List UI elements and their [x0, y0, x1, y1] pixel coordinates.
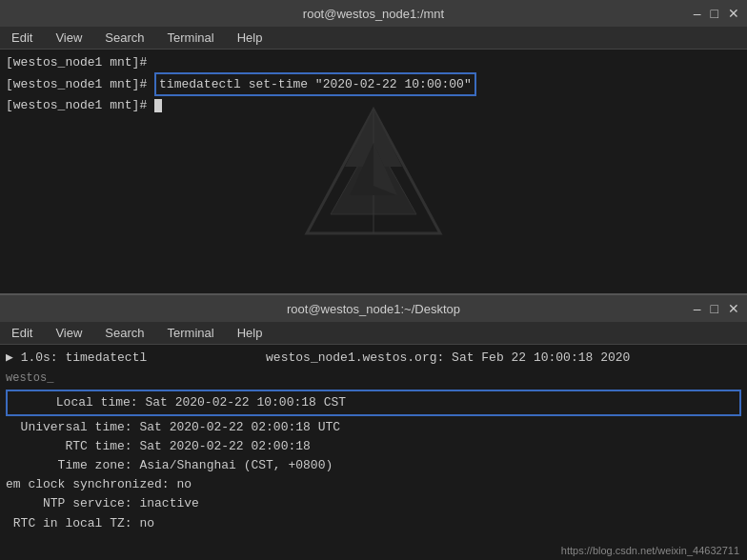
timezone-line: Time zone: Asia/Shanghai (CST, +0800) [6, 456, 741, 475]
prompt-1: [westos_node1 mnt]# [6, 55, 147, 70]
minimize-button[interactable]: – [694, 7, 701, 20]
menu-help-bottom[interactable]: Help [233, 325, 267, 341]
prompt-3: [westos_node1 mnt]# [6, 98, 154, 112]
top-terminal-content: [westos_node1 mnt]# [westos_node1 mnt]# … [6, 53, 741, 115]
svg-marker-2 [345, 110, 402, 167]
bottom-terminal-title: root@westos_node1:~/Desktop [287, 302, 460, 316]
maximize-button-bottom[interactable]: □ [711, 302, 718, 315]
menu-view-bottom[interactable]: View [51, 325, 86, 341]
menu-search-bottom[interactable]: Search [101, 325, 148, 341]
svg-marker-1 [331, 138, 416, 214]
top-window-controls[interactable]: – □ ✕ [694, 7, 739, 20]
menu-terminal-bottom[interactable]: Terminal [164, 325, 218, 341]
menu-edit-bottom[interactable]: Edit [8, 325, 36, 341]
rtc-time-line: RTC time: Sat 2020-02-22 02:00:18 [6, 437, 741, 456]
top-title-bar: root@westos_node1:/mnt – □ ✕ [0, 0, 747, 27]
bottom-title-bar: root@westos_node1:~/Desktop – □ ✕ [0, 295, 747, 322]
menu-edit-top[interactable]: Edit [8, 30, 36, 46]
close-button-bottom[interactable]: ✕ [728, 302, 739, 315]
bottom-terminal-body: ▶ 1.0s: timedatectl westos_node1.westos.… [0, 345, 747, 560]
local-time-highlight: Local time: Sat 2020-02-22 10:00:18 CST [6, 390, 741, 416]
svg-marker-5 [374, 143, 397, 195]
status-line: ▶ 1.0s: timedatectl westos_node1.westos.… [6, 349, 741, 368]
rtc-local-tz-line: RTC in local TZ: no [6, 514, 741, 533]
menu-search-top[interactable]: Search [101, 30, 148, 46]
cursor [154, 99, 162, 112]
top-terminal-title: root@westos_node1:/mnt [303, 7, 444, 21]
bottom-window-controls[interactable]: – □ ✕ [694, 302, 739, 315]
top-terminal-body: [westos_node1 mnt]# [westos_node1 mnt]# … [0, 50, 747, 293]
menu-help-top[interactable]: Help [233, 30, 267, 46]
ntp-line: NTP service: inactive [6, 494, 741, 513]
terminal-line-1: [westos_node1 mnt]# [6, 53, 741, 72]
svg-marker-4 [350, 143, 397, 195]
bottom-menu-bar: Edit View Search Terminal Help [0, 322, 747, 345]
universal-time-line: Universal time: Sat 2020-02-22 02:00:18 … [6, 418, 741, 437]
top-menu-bar: Edit View Search Terminal Help [0, 27, 747, 50]
command-highlight: timedatectl set-time "2020-02-22 10:00:0… [154, 72, 476, 97]
top-terminal: root@westos_node1:/mnt – □ ✕ Edit View S… [0, 0, 747, 295]
maximize-button[interactable]: □ [711, 7, 718, 20]
svg-marker-0 [307, 110, 440, 233]
footer-link: https://blog.csdn.net/weixin_44632711 [561, 545, 739, 556]
close-button[interactable]: ✕ [728, 7, 739, 20]
prompt-2: [westos_node1 mnt]# [6, 77, 154, 91]
terminal-line-2: [westos_node1 mnt]# timedatectl set-time… [6, 72, 741, 97]
bottom-terminal: root@westos_node1:~/Desktop – □ ✕ Edit V… [0, 295, 747, 560]
minimize-button-bottom[interactable]: – [694, 302, 701, 315]
menu-view-top[interactable]: View [51, 30, 86, 46]
clock-sync-line: em clock synchronized: no [6, 475, 741, 494]
terminal-line-3: [westos_node1 mnt]# [6, 96, 741, 115]
westos-fragment: westos_ [6, 370, 741, 388]
menu-terminal-top[interactable]: Terminal [164, 30, 218, 46]
